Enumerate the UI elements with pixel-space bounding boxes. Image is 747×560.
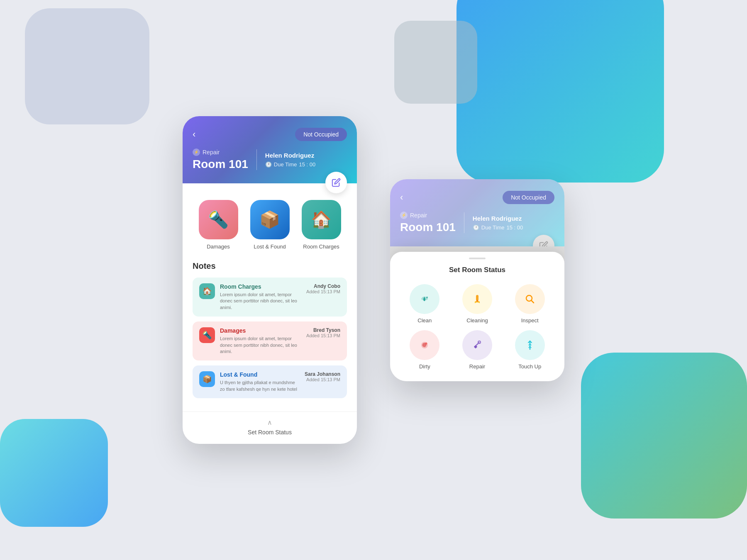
- note-card-damages[interactable]: 🔦 Damages Lorem ipsum dolor sit amet, te…: [193, 321, 347, 360]
- room-charges-label: Room Charges: [303, 243, 339, 250]
- lost-found-icon-box: 📦: [250, 200, 290, 239]
- note-meta-charges: Andy Cobo Added 15:13 PM: [306, 283, 340, 294]
- note-title-charges: Room Charges: [220, 283, 301, 290]
- left-repair-label: ⚡ Repair: [193, 149, 248, 156]
- note-title-damages: Damages: [220, 327, 301, 334]
- phones-container: ‹ Not Occupied ⚡ Repair Room 101 Helen R…: [0, 0, 747, 560]
- left-lost-item[interactable]: 📦 Lost & Found: [250, 200, 290, 250]
- damages-label: Damages: [207, 243, 230, 250]
- left-phone-header: ‹ Not Occupied ⚡ Repair Room 101 Helen R…: [183, 116, 357, 183]
- right-divider: [464, 212, 464, 233]
- svg-point-0: [426, 297, 428, 298]
- modal-handle: [469, 258, 486, 259]
- status-inspect[interactable]: Inspect: [505, 284, 554, 324]
- right-room-number: Room 101: [400, 221, 456, 234]
- note-icon-lost: 📦: [199, 371, 215, 387]
- lost-found-label: Lost & Found: [254, 243, 286, 250]
- right-status-badge: Not Occupied: [503, 191, 554, 204]
- right-guest-info: Helen Rodriguez 🕐 Due Time 15 : 00: [473, 215, 523, 231]
- left-room-left: ⚡ Repair Room 101: [193, 149, 248, 171]
- right-room-info: ⚡ Repair Room 101 Helen Rodriguez 🕐 Due …: [400, 212, 554, 234]
- right-phone: ‹ Not Occupied ⚡ Repair Room 101 Helen R…: [390, 179, 564, 381]
- note-icon-damages: 🔦: [199, 327, 215, 343]
- note-body-damages: Lorem ipsum dolor sit amet, tempor donec…: [220, 336, 301, 355]
- left-phone-body: 🔦 Damages 📦 Lost & Found 🏠 Room Charges …: [183, 183, 357, 411]
- left-damages-item[interactable]: 🔦 Damages: [199, 200, 238, 250]
- right-clock-icon: 🕐: [473, 224, 479, 231]
- note-content-damages: Damages Lorem ipsum dolor sit amet, temp…: [220, 327, 301, 355]
- left-guest-name: Helen Rodriguez: [265, 152, 315, 159]
- touchup-label: Touch Up: [518, 363, 541, 370]
- inspect-label: Inspect: [521, 317, 539, 324]
- clean-circle: [410, 284, 439, 314]
- svg-point-6: [425, 342, 427, 344]
- left-set-status-label: Set Room Status: [248, 429, 292, 436]
- left-icons-row: 🔦 Damages 📦 Lost & Found 🏠 Room Charges: [193, 200, 347, 250]
- status-clean[interactable]: Clean: [400, 284, 449, 324]
- left-divider: [256, 149, 257, 170]
- left-guest-info: Helen Rodriguez 🕐 Due Time 15 : 00: [265, 152, 315, 168]
- left-charges-item[interactable]: 🏠 Room Charges: [302, 200, 341, 250]
- right-back-button[interactable]: ‹: [400, 192, 403, 203]
- note-content-charges: Room Charges Lorem ipsum dolor sit amet,…: [220, 283, 301, 311]
- svg-line-4: [531, 300, 534, 303]
- right-guest-name: Helen Rodriguez: [473, 215, 523, 222]
- cleaning-circle: [462, 284, 492, 314]
- right-due-time: 🕐 Due Time 15 : 00: [473, 224, 523, 231]
- note-body-lost: U thyen te gjitha pllakat e mundshme zo …: [220, 380, 300, 392]
- note-title-lost: Lost & Found: [220, 371, 300, 378]
- inspect-circle: [515, 284, 545, 314]
- left-edit-fab[interactable]: [325, 172, 347, 193]
- modal-title: Set Room Status: [400, 266, 554, 274]
- note-meta-damages: Bred Tyson Added 15:13 PM: [306, 327, 340, 338]
- repair-label: Repair: [469, 363, 485, 370]
- repair-icon: ⚡: [193, 149, 200, 156]
- left-header-top: ‹ Not Occupied: [193, 128, 347, 141]
- status-cleaning[interactable]: Cleaning: [453, 284, 502, 324]
- repair-circle: [462, 330, 492, 360]
- dirty-label: Dirty: [419, 363, 430, 370]
- left-due-time: 🕐 Due Time 15 : 00: [265, 161, 315, 168]
- room-charges-icon-box: 🏠: [302, 200, 341, 239]
- right-repair-label: ⚡ Repair: [400, 212, 456, 219]
- right-room-left: ⚡ Repair Room 101: [400, 212, 456, 234]
- left-room-number: Room 101: [193, 158, 248, 171]
- note-meta-lost: Sara Johanson Added 15:13 PM: [305, 371, 340, 382]
- right-phone-header: ‹ Not Occupied ⚡ Repair Room 101 Helen R…: [390, 179, 564, 246]
- clean-label: Clean: [417, 317, 432, 324]
- left-room-info: ⚡ Repair Room 101 Helen Rodriguez 🕐 Due …: [193, 149, 347, 171]
- set-room-status-modal: Set Room Status Clean: [390, 252, 564, 381]
- left-phone: ‹ Not Occupied ⚡ Repair Room 101 Helen R…: [183, 116, 357, 444]
- status-repair[interactable]: Repair: [453, 330, 502, 370]
- svg-rect-1: [476, 295, 478, 301]
- note-icon-charges: 🏠: [199, 283, 215, 299]
- damages-icon-box: 🔦: [199, 200, 238, 239]
- left-back-button[interactable]: ‹: [193, 129, 195, 140]
- note-body-charges: Lorem ipsum dolor sit amet, tempor donec…: [220, 292, 301, 311]
- cleaning-label: Cleaning: [466, 317, 488, 324]
- right-repair-icon: ⚡: [400, 212, 408, 219]
- status-dirty[interactable]: Dirty: [400, 330, 449, 370]
- note-card-lost[interactable]: 📦 Lost & Found U thyen te gjitha pllakat…: [193, 365, 347, 398]
- svg-rect-2: [476, 300, 478, 302]
- status-grid: Clean Cleaning: [400, 284, 554, 370]
- clock-icon: 🕐: [265, 161, 272, 168]
- right-header-top: ‹ Not Occupied: [400, 191, 554, 204]
- status-touchup[interactable]: Touch Up: [505, 330, 554, 370]
- left-notes-title: Notes: [193, 261, 347, 271]
- note-card-room-charges[interactable]: 🏠 Room Charges Lorem ipsum dolor sit ame…: [193, 278, 347, 317]
- dirty-circle: [410, 330, 439, 360]
- note-content-lost: Lost & Found U thyen te gjitha pllakat e…: [220, 371, 300, 392]
- chevron-up-icon: ∧: [267, 419, 272, 426]
- touchup-circle: [515, 330, 545, 360]
- left-phone-bottom[interactable]: ∧ Set Room Status: [183, 411, 357, 444]
- left-status-badge: Not Occupied: [295, 128, 347, 141]
